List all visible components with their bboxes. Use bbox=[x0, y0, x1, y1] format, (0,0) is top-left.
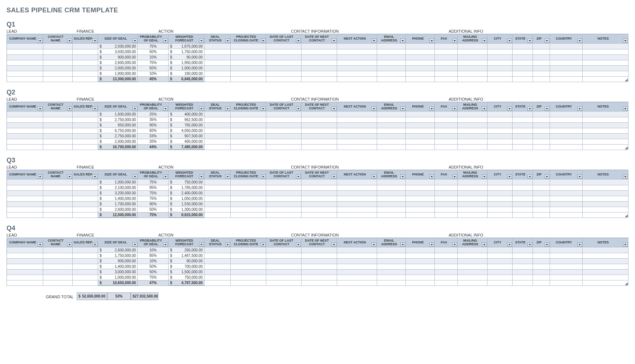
cell-mail[interactable] bbox=[457, 71, 487, 76]
cell-fax[interactable] bbox=[435, 65, 458, 71]
filter-button-na[interactable] bbox=[372, 242, 376, 247]
cell-na[interactable] bbox=[337, 112, 377, 117]
cell-fax[interactable] bbox=[435, 275, 458, 280]
cell-fax[interactable] bbox=[435, 44, 458, 49]
cell-zip[interactable] bbox=[533, 60, 550, 65]
cell-city[interactable] bbox=[487, 60, 512, 65]
cell-fax[interactable] bbox=[435, 49, 458, 54]
column-header-phone[interactable]: PHONE bbox=[405, 170, 435, 179]
cell-phone[interactable] bbox=[405, 275, 435, 280]
cell-size[interactable]: $1,750,000.00 bbox=[98, 253, 138, 258]
column-header-company[interactable]: COMPANY NAME bbox=[7, 102, 43, 112]
cell-mail[interactable] bbox=[457, 117, 487, 122]
filter-button-company[interactable] bbox=[38, 39, 43, 43]
cell-status[interactable] bbox=[205, 117, 231, 122]
cell-state[interactable] bbox=[512, 112, 533, 117]
cell-zip[interactable] bbox=[533, 201, 550, 207]
cell-rep[interactable] bbox=[72, 196, 98, 201]
cell-country[interactable] bbox=[550, 133, 582, 139]
cell-pcd[interactable] bbox=[230, 179, 266, 185]
cell-fax[interactable] bbox=[435, 207, 458, 212]
cell-pcd[interactable] bbox=[230, 133, 266, 139]
cell-size[interactable]: $850,000.00 bbox=[98, 122, 138, 128]
filter-button-na[interactable] bbox=[372, 39, 376, 43]
cell-size[interactable]: $3,500,000.00 bbox=[98, 49, 138, 54]
cell-wf[interactable]: $1,500,000.00 bbox=[169, 269, 204, 275]
cell-notes[interactable] bbox=[582, 247, 628, 253]
cell-zip[interactable] bbox=[533, 253, 550, 258]
cell-rep[interactable] bbox=[72, 112, 98, 117]
table-row[interactable]: $1,700,000.0090%$1,530,000.00 bbox=[7, 201, 628, 207]
cell-phone[interactable] bbox=[405, 190, 435, 196]
filter-button-company[interactable] bbox=[38, 242, 43, 247]
column-header-mail[interactable]: MAILING ADDRESS bbox=[457, 34, 487, 44]
filter-button-rep[interactable] bbox=[93, 242, 97, 247]
column-header-rep[interactable]: SALES REP bbox=[72, 102, 98, 112]
cell-company[interactable] bbox=[7, 201, 43, 207]
cell-phone[interactable] bbox=[405, 201, 435, 207]
cell-email[interactable] bbox=[377, 117, 405, 122]
cell-size[interactable]: $2,750,000.00 bbox=[98, 117, 138, 122]
cell-state[interactable] bbox=[512, 185, 533, 190]
cell-dlc[interactable] bbox=[266, 258, 302, 264]
filter-button-fax[interactable] bbox=[452, 174, 457, 179]
cell-city[interactable] bbox=[487, 179, 512, 185]
cell-na[interactable] bbox=[337, 122, 377, 128]
cell-fax[interactable] bbox=[435, 112, 458, 117]
cell-na[interactable] bbox=[337, 128, 377, 133]
filter-button-city[interactable] bbox=[507, 174, 512, 179]
cell-state[interactable] bbox=[512, 54, 533, 60]
filter-button-zip[interactable] bbox=[545, 106, 549, 111]
cell-wf[interactable]: $962,500.00 bbox=[169, 117, 204, 122]
cell-city[interactable] bbox=[487, 54, 512, 60]
column-header-na[interactable]: NEXT ACTION bbox=[337, 34, 377, 44]
cell-country[interactable] bbox=[550, 54, 582, 60]
cell-city[interactable] bbox=[487, 207, 512, 212]
filter-button-pcd[interactable] bbox=[261, 242, 266, 247]
cell-state[interactable] bbox=[512, 190, 533, 196]
cell-dnc[interactable] bbox=[302, 117, 337, 122]
cell-fax[interactable] bbox=[435, 269, 458, 275]
cell-prob[interactable]: 10% bbox=[138, 54, 169, 60]
resize-handle-icon[interactable] bbox=[625, 214, 628, 217]
cell-mail[interactable] bbox=[457, 65, 487, 71]
cell-wf[interactable]: $907,500.00 bbox=[169, 133, 204, 139]
cell-email[interactable] bbox=[377, 60, 405, 65]
column-header-na[interactable]: NEXT ACTION bbox=[337, 102, 377, 112]
cell-company[interactable] bbox=[7, 258, 43, 264]
cell-notes[interactable] bbox=[582, 185, 628, 190]
cell-size[interactable]: $1,000,000.00 bbox=[98, 179, 138, 185]
cell-size[interactable]: $2,500,000.00 bbox=[98, 44, 138, 49]
cell-na[interactable] bbox=[337, 179, 377, 185]
cell-status[interactable] bbox=[205, 128, 231, 133]
cell-dlc[interactable] bbox=[266, 112, 302, 117]
cell-prob[interactable]: 25% bbox=[138, 112, 169, 117]
column-header-status[interactable]: DEAL STATUS bbox=[205, 170, 231, 179]
cell-fax[interactable] bbox=[435, 253, 458, 258]
cell-status[interactable] bbox=[205, 269, 231, 275]
filter-button-email[interactable] bbox=[400, 106, 405, 111]
cell-size[interactable]: $1,700,000.00 bbox=[98, 201, 138, 207]
cell-status[interactable] bbox=[205, 49, 231, 54]
column-header-email[interactable]: EMAIL ADDRESS bbox=[377, 102, 405, 112]
filter-button-notes[interactable] bbox=[623, 39, 628, 43]
cell-dnc[interactable] bbox=[302, 128, 337, 133]
cell-dnc[interactable] bbox=[302, 264, 337, 269]
cell-prob[interactable]: 50% bbox=[138, 269, 169, 275]
cell-zip[interactable] bbox=[533, 190, 550, 196]
cell-company[interactable] bbox=[7, 275, 43, 280]
cell-company[interactable] bbox=[7, 190, 43, 196]
cell-dnc[interactable] bbox=[302, 60, 337, 65]
cell-mail[interactable] bbox=[457, 49, 487, 54]
cell-size[interactable]: $1,800,000.00 bbox=[98, 71, 138, 76]
cell-pcd[interactable] bbox=[230, 190, 266, 196]
column-header-fax[interactable]: FAX bbox=[435, 238, 458, 247]
cell-state[interactable] bbox=[512, 49, 533, 54]
filter-button-notes[interactable] bbox=[623, 174, 628, 179]
cell-city[interactable] bbox=[487, 65, 512, 71]
column-header-dnc[interactable]: DATE OF NEXT CONTACT bbox=[302, 34, 337, 44]
cell-dnc[interactable] bbox=[302, 201, 337, 207]
cell-na[interactable] bbox=[337, 133, 377, 139]
cell-notes[interactable] bbox=[582, 275, 628, 280]
column-header-state[interactable]: STATE bbox=[512, 238, 533, 247]
